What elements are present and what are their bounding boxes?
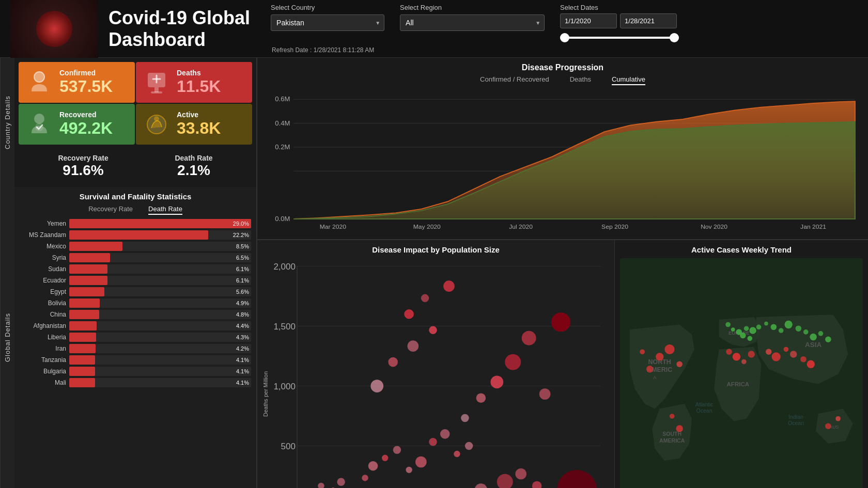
- sidebar-global-label: Global Details: [0, 187, 14, 488]
- active-card: Active 33.8K: [136, 104, 252, 145]
- slider-thumb-right[interactable]: [670, 33, 679, 42]
- bar-fill: [69, 298, 100, 308]
- svg-text:Ocean: Ocean: [788, 420, 804, 426]
- recovered-icon: [25, 110, 53, 138]
- bar-background: 5.6%: [69, 287, 251, 296]
- svg-text:0.6M: 0.6M: [275, 95, 290, 103]
- slider-thumb-left[interactable]: [560, 33, 569, 42]
- svg-point-111: [800, 356, 807, 363]
- bar-row: Iran 4.2%: [20, 344, 251, 353]
- svg-point-87: [749, 327, 756, 334]
- svg-point-116: [835, 416, 841, 421]
- bar-row: Mali 4.1%: [20, 378, 251, 387]
- svg-point-118: [731, 327, 735, 332]
- bar-country-label: Mali: [20, 379, 66, 386]
- svg-text:Indian: Indian: [788, 414, 803, 420]
- svg-point-46: [406, 467, 412, 473]
- svg-point-70: [532, 481, 542, 488]
- svg-point-99: [664, 344, 674, 354]
- svg-point-102: [640, 349, 645, 354]
- bar-country-label: Bulgaria: [20, 368, 66, 375]
- bar-row: Yemen 29.0%: [20, 219, 251, 228]
- svg-point-112: [807, 360, 815, 368]
- confirmed-value: 537.5K: [59, 77, 129, 96]
- svg-point-86: [744, 326, 749, 331]
- svg-text:May 2020: May 2020: [413, 224, 441, 231]
- bar-row: Ecuador 6.1%: [20, 276, 251, 285]
- bar-background: 6.1%: [69, 264, 251, 274]
- bar-country-label: Afghanistan: [20, 322, 66, 329]
- dp-tab-confirmed[interactable]: Confirmed / Recovered: [480, 75, 549, 85]
- svg-point-63: [522, 331, 536, 345]
- survival-title: Survival and Fatality Statistics: [20, 192, 251, 201]
- svg-text:Jul 2020: Jul 2020: [509, 224, 533, 231]
- active-info: Active 33.8K: [177, 111, 246, 138]
- svg-text:A: A: [653, 374, 657, 380]
- bar-background: 4.3%: [69, 333, 251, 342]
- death-rate-label: Death Rate: [175, 154, 212, 162]
- date-selector-group: Select Dates: [560, 4, 679, 43]
- bar-percent: 4.8%: [236, 311, 249, 318]
- map-panel: Active Cases Weekly Trend Atlantic Ocean…: [615, 240, 868, 488]
- svg-point-95: [810, 334, 816, 340]
- svg-text:0.2M: 0.2M: [275, 143, 290, 151]
- svg-point-43: [368, 461, 378, 471]
- bar-fill: [69, 287, 104, 296]
- svg-text:Jan 2021: Jan 2021: [800, 224, 826, 231]
- recovery-rate-label: Recovery Rate: [58, 154, 108, 162]
- confirmed-label: Confirmed: [59, 69, 129, 77]
- date-start-input[interactable]: [560, 13, 617, 28]
- date-end-input[interactable]: [620, 13, 677, 28]
- svg-point-47: [415, 456, 427, 468]
- bar-fill: [69, 310, 99, 319]
- scatter-svg: 2,000 1,500 1,000 500 0 Cumulative Cases: [273, 258, 609, 488]
- deaths-value: 11.5K: [177, 77, 246, 96]
- logo-area: [10, 0, 98, 58]
- bar-row: Sudan 6.1%: [20, 264, 251, 274]
- bar-row: Tanzania 4.1%: [20, 355, 251, 365]
- bar-country-label: China: [20, 311, 66, 318]
- map-title: Active Cases Weekly Trend: [620, 245, 863, 254]
- date-range-slider[interactable]: [560, 33, 679, 43]
- death-rate-tab[interactable]: Death Rate: [148, 205, 182, 215]
- bar-country-label: Yemen: [20, 220, 66, 227]
- bar-background: 8.5%: [69, 242, 251, 251]
- bar-background: 6.1%: [69, 276, 251, 285]
- svg-point-109: [784, 347, 789, 352]
- bar-percent: 8.5%: [236, 243, 249, 249]
- region-select-wrapper[interactable]: All: [400, 14, 545, 31]
- svg-point-59: [461, 414, 469, 422]
- svg-point-106: [748, 351, 754, 357]
- bar-list[interactable]: Yemen 29.0% MS Zaandam 22.2% Mexico 8.5%…: [20, 219, 251, 484]
- svg-point-66: [557, 470, 597, 488]
- svg-text:AFRICA: AFRICA: [727, 381, 749, 387]
- impact-title: Disease Impact by Population Size: [262, 245, 609, 254]
- country-select-wrapper[interactable]: Pakistan: [271, 14, 384, 31]
- region-select[interactable]: All: [400, 14, 545, 31]
- bar-percent: 6.1%: [236, 266, 249, 272]
- bar-background: 4.1%: [69, 367, 251, 376]
- deaths-card: Deaths 11.5K: [136, 62, 252, 103]
- bar-country-label: Bolivia: [20, 300, 66, 307]
- bar-fill: [69, 242, 122, 251]
- dp-tab-cumulative[interactable]: Cumulative: [612, 75, 645, 85]
- recovery-rate-tab[interactable]: Recovery Rate: [88, 205, 133, 215]
- country-select[interactable]: Pakistan: [271, 14, 384, 31]
- bar-fill: [69, 253, 110, 262]
- svg-point-53: [388, 357, 398, 367]
- bottom-row: Disease Impact by Population Size Deaths…: [257, 240, 868, 488]
- dp-tab-deaths[interactable]: Deaths: [570, 75, 591, 85]
- bar-row: Mexico 8.5%: [20, 242, 251, 251]
- bar-background: 29.0%: [69, 219, 251, 228]
- svg-point-42: [362, 475, 368, 481]
- bar-percent: 6.5%: [236, 255, 249, 261]
- refresh-date-row: Refresh Date : 1/28/2021 8:11:28 AM: [272, 45, 858, 54]
- active-label: Active: [177, 111, 246, 119]
- bar-row: Afghanistan 4.4%: [20, 321, 251, 330]
- dp-tabs: Confirmed / Recovered Deaths Cumulative: [265, 75, 860, 85]
- confirmed-info: Confirmed 537.5K: [59, 69, 129, 96]
- dp-title: Disease Progression: [265, 63, 860, 72]
- svg-point-100: [676, 361, 683, 367]
- bar-fill: [69, 219, 251, 228]
- svg-point-60: [476, 393, 486, 403]
